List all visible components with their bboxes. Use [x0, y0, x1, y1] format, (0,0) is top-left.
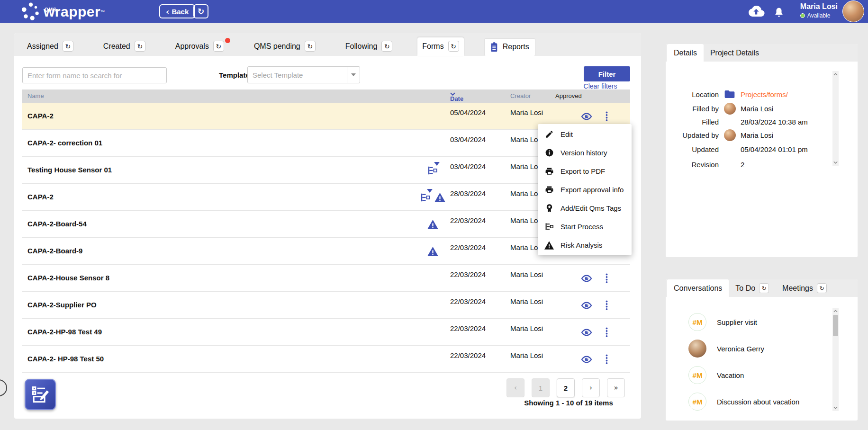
form-name: CAPA-2-Board-9 — [27, 247, 82, 255]
header-approved[interactable]: Approved — [555, 92, 582, 99]
form-name: CAPA-2-Board-54 — [27, 220, 87, 228]
tab-conversations[interactable]: Conversations — [667, 279, 729, 297]
location-link[interactable]: Projects/forms/ — [741, 90, 788, 99]
conversation-item[interactable]: #M Discussion about vacation — [666, 391, 822, 412]
tab-qms-pending[interactable]: QMS pending ↻ — [249, 37, 320, 56]
tab-refresh-icon[interactable]: ↻ — [381, 41, 392, 52]
template-select[interactable]: Select Template — [247, 66, 360, 83]
pagination-next-button[interactable]: › — [582, 378, 600, 397]
table-header: Name Date Updated Creator Approved — [22, 90, 630, 103]
view-eye-icon[interactable] — [581, 112, 592, 121]
menu-item-risk-analysis[interactable]: Risk Analysis — [538, 236, 632, 254]
pagination-last-button[interactable]: » — [607, 378, 625, 397]
row-menu-kebab-icon[interactable] — [606, 111, 608, 122]
date-updated-cell: 03/04/2024 — [450, 135, 486, 143]
tab-reports[interactable]: Reports — [484, 38, 535, 56]
back-button[interactable]: ‹ Back — [159, 4, 195, 18]
menu-item-start-process[interactable]: Start Process — [538, 217, 632, 236]
header-name[interactable]: Name — [27, 92, 44, 99]
tab-details[interactable]: Details — [667, 44, 704, 62]
tab-refresh-icon[interactable]: ↻ — [817, 283, 827, 293]
details-scrollbar[interactable] — [832, 71, 839, 166]
row-menu-kebab-icon[interactable] — [606, 327, 608, 338]
conversation-item[interactable]: #M Vacation — [666, 365, 822, 385]
risk-warning-icon[interactable] — [434, 193, 445, 202]
tab-approvals[interactable]: Approvals ↻ — [171, 37, 229, 56]
view-eye-icon[interactable] — [581, 274, 592, 283]
search-input[interactable] — [22, 67, 167, 83]
tab-project-details[interactable]: Project Details — [704, 44, 766, 62]
pagination: ‹ 1 2 › » — [506, 378, 625, 397]
table-row[interactable]: CAPA-2-Supplier PO 22/03/2024 Maria Losi — [22, 292, 630, 319]
clear-filters-link[interactable]: Clear filters — [570, 82, 631, 90]
header-date-updated[interactable]: Date Updated — [450, 92, 455, 96]
form-name: CAPA-2-HP-98 Test 49 — [27, 328, 102, 336]
scroll-down-icon[interactable] — [832, 159, 839, 166]
brand-tm: ™ — [100, 9, 105, 14]
start-process-icon[interactable] — [420, 192, 431, 203]
menu-item-edit[interactable]: Edit — [538, 125, 632, 143]
table-row[interactable]: CAPA-2- HP-98 Test 50 22/03/2024 Maria L… — [22, 346, 630, 373]
back-chevron-icon: ‹ — [166, 7, 169, 17]
filter-button[interactable]: Filter — [584, 66, 630, 81]
view-eye-icon[interactable] — [581, 301, 592, 310]
date-updated-cell: 05/04/2024 — [450, 108, 486, 116]
brand-logo[interactable]: QMSwrapper™ — [21, 1, 105, 22]
tab-refresh-icon[interactable]: ↻ — [135, 41, 145, 52]
row-menu-kebab-icon[interactable] — [606, 300, 608, 311]
date-updated-cell: 22/03/2024 — [450, 351, 486, 359]
pagination-page-1-button[interactable]: 1 — [532, 378, 550, 397]
scroll-up-icon[interactable] — [832, 308, 839, 314]
tab-created[interactable]: Created ↻ — [99, 37, 150, 56]
select-caret-button[interactable] — [347, 67, 360, 83]
form-name: CAPA-2- correction 01 — [27, 139, 102, 147]
notifications-bell-icon[interactable] — [773, 0, 785, 23]
updated-by-avatar — [724, 129, 736, 141]
detail-field-revision: Revision 2 — [666, 158, 836, 171]
risk-warning-icon[interactable] — [427, 220, 438, 229]
date-updated-cell: 22/03/2024 — [450, 297, 486, 305]
tab-refresh-icon[interactable]: ↻ — [448, 41, 459, 52]
pagination-page-2-button[interactable]: 2 — [557, 378, 575, 397]
menu-item-export-pdf[interactable]: Export to PDF — [538, 162, 632, 180]
tab-refresh-icon[interactable]: ↻ — [759, 283, 769, 293]
navbar-refresh-button[interactable]: ↻ — [193, 4, 208, 18]
start-process-icon[interactable] — [427, 165, 438, 176]
pagination-prev-button[interactable]: ‹ — [506, 378, 524, 397]
status-dot-icon — [800, 13, 805, 18]
conversation-item[interactable]: Veronica Gerry — [666, 338, 822, 359]
menu-item-export-approval-info[interactable]: Export approval info — [538, 180, 632, 199]
table-row[interactable]: CAPA-2-House Sensor 8 22/03/2024 Maria L… — [22, 265, 630, 292]
tab-forms[interactable]: Forms ↻ — [417, 37, 463, 56]
cloud-upload-icon[interactable] — [748, 0, 765, 23]
header-creator[interactable]: Creator — [510, 92, 531, 99]
risk-warning-icon[interactable] — [427, 247, 438, 256]
scroll-up-icon[interactable] — [832, 71, 839, 78]
tab-refresh-icon[interactable]: ↻ — [213, 41, 224, 52]
table-row[interactable]: CAPA-2-HP-98 Test 49 22/03/2024 Maria Lo… — [22, 319, 630, 346]
user-block[interactable]: Maria Losi Available — [800, 2, 838, 19]
row-menu-kebab-icon[interactable] — [606, 273, 608, 284]
conversation-item[interactable]: #M Supplier visit — [666, 312, 822, 332]
form-name: CAPA-2-Supplier PO — [27, 301, 97, 309]
cut-off-edge-button[interactable] — [0, 379, 7, 396]
scroll-down-icon[interactable] — [832, 404, 839, 411]
tab-refresh-icon[interactable]: ↻ — [63, 41, 73, 52]
menu-item-qms-tags[interactable]: Add/Edit Qms Tags — [538, 199, 632, 217]
creator-cell: Maria Losi — [510, 297, 543, 305]
menu-item-version-history[interactable]: Version history — [538, 143, 632, 162]
tab-assigned[interactable]: Assigned ↻ — [22, 37, 78, 56]
tab-refresh-icon[interactable]: ↻ — [305, 41, 316, 52]
user-avatar[interactable] — [842, 0, 864, 22]
row-status-icons — [415, 184, 451, 211]
fill-form-button[interactable] — [25, 379, 56, 410]
row-menu-kebab-icon[interactable] — [606, 354, 608, 365]
scrollbar-thumb[interactable] — [833, 315, 838, 336]
tab-todo[interactable]: To Do ↻ — [729, 279, 776, 297]
tab-following[interactable]: Following ↻ — [341, 37, 398, 56]
tab-meetings[interactable]: Meetings ↻ — [776, 279, 833, 297]
view-eye-icon[interactable] — [581, 328, 592, 337]
conversations-scrollbar[interactable] — [832, 308, 839, 411]
view-eye-icon[interactable] — [581, 355, 592, 364]
creator-cell: Maria Losi — [510, 270, 543, 278]
